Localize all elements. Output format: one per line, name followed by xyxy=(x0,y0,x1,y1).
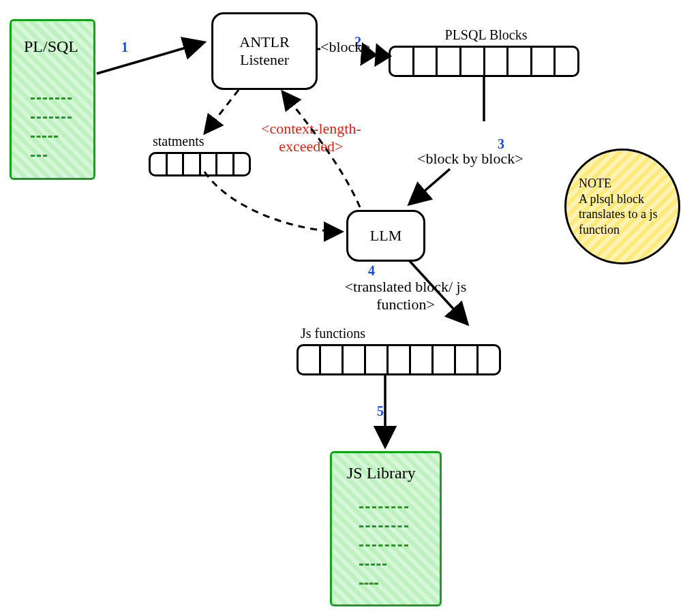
arrows-layer xyxy=(0,0,698,616)
